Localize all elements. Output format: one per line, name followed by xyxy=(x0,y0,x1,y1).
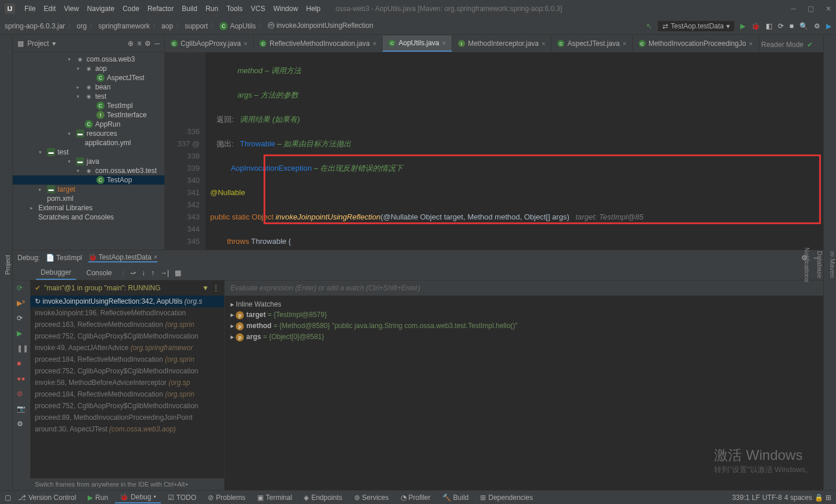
tree-node[interactable]: ITestInterface xyxy=(13,110,164,120)
step-into-icon[interactable]: ↓ xyxy=(142,269,145,277)
sb-profiler[interactable]: ◔ Profiler xyxy=(396,492,435,503)
sb-todo[interactable]: ☑ TODO xyxy=(163,492,201,503)
tree-node[interactable]: ▾◉com.ossa.web3 xyxy=(13,55,164,64)
settings-icon[interactable]: ⚙ xyxy=(814,22,820,30)
stack-frame[interactable]: around:30, AspectJTest (com.ossa.web3.ao… xyxy=(30,423,224,435)
project-tree[interactable]: ▾◉com.ossa.web3▾◉aopCAspectJTest▸◉bean▾◉… xyxy=(13,52,164,250)
debug-tab[interactable]: 📄 TestImpl xyxy=(46,254,82,262)
compass-icon[interactable]: ↖ xyxy=(646,22,652,30)
stack-frame[interactable]: ↻ invokeJoinpointUsingReflection:342, Ao… xyxy=(30,296,224,307)
crumb[interactable]: springframework xyxy=(98,22,150,30)
menu-help[interactable]: Help xyxy=(302,2,324,15)
sb-run[interactable]: ▶ Run xyxy=(83,492,113,503)
sb-enc[interactable]: UTF-8 xyxy=(762,494,782,502)
rerun-icon[interactable]: ⟳ xyxy=(17,284,26,293)
close-icon[interactable]: ✕ xyxy=(826,5,831,13)
step-out-icon[interactable]: ↑ xyxy=(151,269,154,277)
code-editor[interactable]: 336337 @338339340341342343344345346347 m… xyxy=(165,52,823,250)
crumb-method[interactable]: ⓜ invokeJoinpointUsingReflection xyxy=(268,21,373,31)
play-icon[interactable]: ▶ xyxy=(826,22,831,30)
crumb[interactable]: aop xyxy=(161,22,173,30)
tree-node[interactable]: ▾◉aop xyxy=(13,64,164,73)
sb-pos[interactable]: 339:1 xyxy=(732,494,749,502)
editor-tab[interactable]: CAopUtils.java× xyxy=(383,35,452,52)
reader-mode[interactable]: Reader Mode ✔ xyxy=(761,41,813,49)
locate-icon[interactable]: ⊕ xyxy=(128,39,134,48)
console-tab[interactable]: Console xyxy=(82,267,117,279)
sb-problems[interactable]: ⊘ Problems xyxy=(203,492,250,503)
editor-tab[interactable]: CCglibAopProxy.java× xyxy=(165,36,254,51)
debug-tab[interactable]: 🐞 TestAop.testData × xyxy=(88,253,158,262)
thread-label[interactable]: "main"@1 in group "main": RUNNING xyxy=(44,284,161,292)
sb-indent[interactable]: 4 spaces xyxy=(784,494,812,502)
tree-node[interactable]: CAppRun xyxy=(13,120,164,129)
tree-node[interactable]: CTestImpl xyxy=(13,101,164,110)
menu-refactor[interactable]: Refactor xyxy=(144,2,177,15)
run-icon[interactable]: ▶ xyxy=(740,22,745,30)
sb-debug[interactable]: 🐞 Debug • xyxy=(115,492,161,503)
tool-database[interactable]: Database xyxy=(816,251,823,278)
tree-node[interactable]: Scratches and Consoles xyxy=(13,213,164,222)
stack-frame[interactable]: proceed:752, CglibAopProxy$CglibMethodIn… xyxy=(30,400,224,412)
pause-icon[interactable]: ⟳ xyxy=(17,314,26,323)
tool-notifications[interactable]: Notifications xyxy=(803,247,810,282)
inline-watches[interactable]: ▸ Inline Watches xyxy=(230,299,817,309)
menu-window[interactable]: Window xyxy=(270,2,302,15)
pause2-icon[interactable]: ❚❚ xyxy=(17,344,26,354)
coverage-icon[interactable]: ◧ xyxy=(766,22,772,30)
tree-node[interactable]: CAspectJTest xyxy=(13,73,164,82)
sb-deps[interactable]: ⊞ Dependencies xyxy=(475,492,538,503)
crumb[interactable]: support xyxy=(185,22,208,30)
tool-maven[interactable]: m Maven xyxy=(829,251,836,278)
editor-tab[interactable]: CAspectJTest.java× xyxy=(552,36,632,51)
menu-build[interactable]: Build xyxy=(178,2,201,15)
breakpoints-icon[interactable]: ●● xyxy=(17,375,26,384)
sb-terminal[interactable]: ▣ Terminal xyxy=(253,492,297,503)
editor-tab[interactable]: IMethodInterceptor.java× xyxy=(452,36,552,51)
tree-node[interactable]: ▸External Libraries xyxy=(13,203,164,213)
hide-icon[interactable]: ─ xyxy=(154,39,160,48)
profile-icon[interactable]: ⟳ xyxy=(778,22,784,30)
camera-icon[interactable]: 📷 xyxy=(17,405,26,414)
sb-lf[interactable]: LF xyxy=(752,494,760,502)
search-icon[interactable]: 🔍 xyxy=(799,22,808,30)
resume-icon[interactable]: ▶⁹ xyxy=(17,299,26,308)
debug-icon[interactable]: 🐞 xyxy=(751,22,760,30)
crumb[interactable]: AopUtils xyxy=(230,22,256,30)
stop-icon[interactable]: ■ xyxy=(790,22,794,30)
stack-frame[interactable]: proceed:184, ReflectiveMethodInvocation … xyxy=(30,354,224,365)
evaluate-field[interactable]: Evaluate expression (Enter) or add a wat… xyxy=(225,280,823,296)
tool-project[interactable]: Project xyxy=(3,251,12,278)
gear-icon[interactable]: ⚙ xyxy=(145,39,151,48)
stack-frame[interactable]: proceed:752, CglibAopProxy$CglibMethodIn… xyxy=(30,330,224,342)
tree-node[interactable]: ▸◉bean xyxy=(13,82,164,92)
evaluate-icon[interactable]: ▦ xyxy=(175,269,181,277)
menu-navigate[interactable]: Navigate xyxy=(84,2,118,15)
step-over-icon[interactable]: ⤻ xyxy=(130,269,136,277)
stack-frame[interactable]: proceed:89, MethodInvocationProceedingJo… xyxy=(30,412,224,423)
maximize-icon[interactable]: ▢ xyxy=(808,5,814,13)
tree-node[interactable]: ▾▬test xyxy=(13,147,164,157)
crumb[interactable]: spring-aop-6.0.3.jar xyxy=(5,22,65,30)
more-icon[interactable]: ⋮ xyxy=(212,284,219,292)
stack-frame[interactable]: invoke:58, MethodBeforeAdviceInterceptor… xyxy=(30,377,224,388)
variable-row[interactable]: ▸ ptarget = {TestImpl@8579} xyxy=(230,309,817,321)
crumb[interactable]: org xyxy=(77,22,87,30)
collapse-icon[interactable]: ≡ xyxy=(137,39,141,48)
tree-node[interactable]: ▾◉com.ossa.web3.test xyxy=(13,166,164,175)
run-config[interactable]: ⇄ TestAop.testData ▾ xyxy=(658,21,734,31)
play-icon[interactable]: ▶ xyxy=(17,329,26,339)
tree-node[interactable]: ▾◉test xyxy=(13,92,164,101)
filter-icon[interactable]: ▼ xyxy=(202,284,209,292)
frames-list[interactable]: ↻ invokeJoinpointUsingReflection:342, Ao… xyxy=(30,296,224,478)
sb-lock-icon[interactable]: 🔒 xyxy=(815,494,823,502)
tree-node[interactable]: ▾▬java xyxy=(13,157,164,166)
sb-endpoints[interactable]: ◈ Endpoints xyxy=(299,492,347,503)
variable-row[interactable]: ▸ pargs = {Object[0]@8581} xyxy=(230,332,817,343)
menu-view[interactable]: View xyxy=(60,2,82,15)
stack-frame[interactable]: proceed:163, ReflectiveMethodInvocation … xyxy=(30,319,224,330)
debugger-tab[interactable]: Debugger xyxy=(36,266,76,280)
stop-icon[interactable]: ■ xyxy=(17,359,26,369)
stack-frame[interactable]: invoke:49, AspectJAfterAdvice (org.sprin… xyxy=(30,342,224,354)
tree-node[interactable]: ▾▬resources xyxy=(13,129,164,138)
